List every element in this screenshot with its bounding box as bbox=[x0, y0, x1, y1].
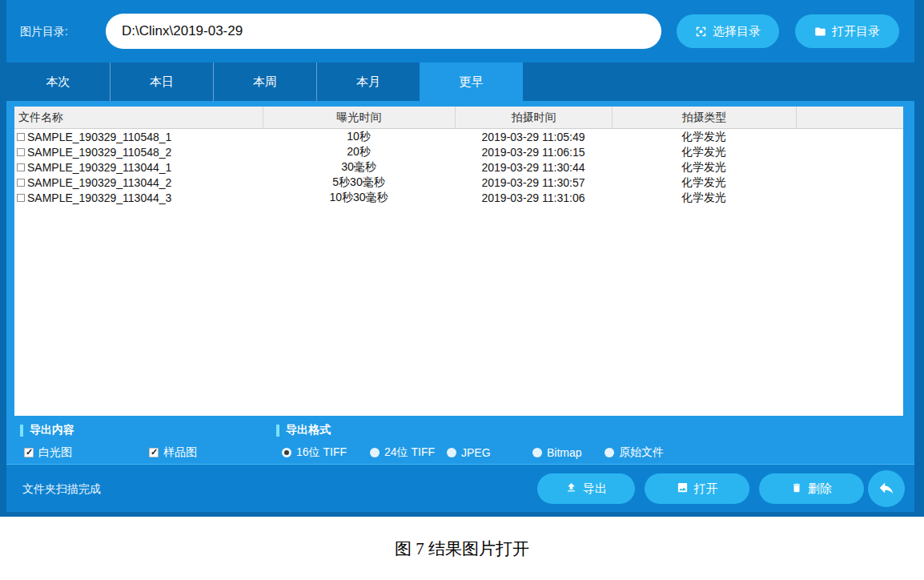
section-marker bbox=[20, 425, 23, 437]
back-button[interactable] bbox=[868, 470, 905, 507]
status-bar: 文件夹扫描完成 导出 打开 bbox=[6, 464, 914, 512]
viewfinder-icon bbox=[695, 26, 707, 38]
tab-this-session[interactable]: 本次 bbox=[6, 62, 110, 101]
col-header-exposure: 曝光时间 bbox=[263, 107, 455, 128]
radio-icon[interactable] bbox=[370, 448, 380, 457]
directory-path-input[interactable] bbox=[106, 14, 661, 49]
export-content-header: 导出内容 bbox=[20, 423, 74, 437]
row-checkbox[interactable] bbox=[17, 148, 25, 156]
export-format-title: 导出格式 bbox=[286, 423, 331, 437]
capture-type: 化学发光 bbox=[612, 145, 796, 159]
capture-time: 2019-03-29 11:30:57 bbox=[455, 176, 612, 189]
radio-16bit-tiff[interactable]: 16位 TIFF bbox=[282, 444, 347, 461]
radio-24bit-tiff[interactable]: 24位 TIFF bbox=[370, 444, 435, 461]
directory-label: 图片目录: bbox=[20, 25, 68, 39]
radio-bitmap[interactable]: Bitmap bbox=[532, 444, 582, 461]
select-directory-button[interactable]: 选择目录 bbox=[677, 14, 779, 48]
folder-icon bbox=[814, 26, 826, 38]
delete-button[interactable]: 删除 bbox=[759, 473, 864, 504]
image-browser-window: 图片目录: 选择目录 打开目录 bbox=[0, 0, 924, 517]
table-row[interactable]: SAMPLE_190329_110548_1 10秒 2019-03-29 11… bbox=[14, 129, 903, 144]
capture-time: 2019-03-29 11:06:15 bbox=[455, 146, 612, 159]
tab-this-week[interactable]: 本周 bbox=[213, 62, 316, 101]
option-label: 白光图 bbox=[38, 445, 72, 460]
col-header-filename: 文件名称 bbox=[14, 107, 263, 128]
tab-this-month[interactable]: 本月 bbox=[316, 62, 420, 101]
table-header-row: 文件名称 曝光时间 拍摄时间 拍摄类型 bbox=[14, 107, 903, 129]
exposure-time: 10秒 bbox=[263, 130, 455, 144]
back-arrow-icon bbox=[878, 479, 895, 499]
col-header-empty bbox=[796, 107, 903, 128]
radio-icon[interactable] bbox=[447, 448, 456, 457]
export-format-header: 导出格式 bbox=[276, 423, 331, 437]
image-icon bbox=[677, 481, 689, 496]
capture-time: 2019-03-29 11:30:44 bbox=[455, 161, 612, 174]
exposure-time: 30毫秒 bbox=[263, 160, 455, 175]
row-checkbox[interactable] bbox=[17, 194, 25, 202]
option-label: JPEG bbox=[461, 446, 491, 459]
export-content-title: 导出内容 bbox=[30, 423, 74, 437]
upload-icon bbox=[565, 481, 577, 496]
file-name: SAMPLE_190329_110548_2 bbox=[27, 146, 171, 159]
row-checkbox[interactable] bbox=[17, 163, 25, 171]
table-row[interactable]: SAMPLE_190329_113044_1 30毫秒 2019-03-29 1… bbox=[14, 159, 903, 175]
time-filter-tabs: 本次 本日 本周 本月 更早 bbox=[6, 62, 914, 101]
radio-icon[interactable] bbox=[605, 448, 614, 457]
section-marker bbox=[276, 425, 279, 437]
capture-type: 化学发光 bbox=[612, 191, 796, 205]
open-directory-label: 打开目录 bbox=[832, 24, 880, 39]
exposure-time: 20秒 bbox=[263, 145, 455, 159]
radio-original-file[interactable]: 原始文件 bbox=[605, 444, 664, 461]
checkbox-sample-image[interactable]: 样品图 bbox=[149, 444, 197, 461]
file-name: SAMPLE_190329_113044_1 bbox=[27, 161, 171, 174]
export-label: 导出 bbox=[583, 481, 607, 497]
col-header-capture-type: 拍摄类型 bbox=[612, 107, 796, 128]
exposure-time: 5秒30毫秒 bbox=[263, 175, 455, 190]
capture-time: 2019-03-29 11:05:49 bbox=[455, 131, 612, 143]
top-bar: 图片目录: 选择目录 打开目录 bbox=[6, 0, 914, 62]
checkbox-white-light-image[interactable]: 白光图 bbox=[24, 444, 72, 461]
status-message: 文件夹扫描完成 bbox=[22, 482, 101, 497]
row-checkbox[interactable] bbox=[17, 133, 25, 141]
file-name: SAMPLE_190329_110548_1 bbox=[27, 131, 171, 143]
row-checkbox[interactable] bbox=[17, 179, 25, 187]
file-name: SAMPLE_190329_113044_3 bbox=[27, 191, 171, 204]
radio-icon[interactable] bbox=[282, 448, 291, 457]
checkbox-icon[interactable] bbox=[24, 448, 34, 457]
open-directory-button[interactable]: 打开目录 bbox=[795, 14, 899, 48]
select-directory-label: 选择目录 bbox=[713, 24, 761, 39]
table-row[interactable]: SAMPLE_190329_113044_3 10秒30毫秒 2019-03-2… bbox=[14, 190, 903, 205]
capture-type: 化学发光 bbox=[612, 160, 796, 175]
option-label: 原始文件 bbox=[619, 445, 664, 460]
checkbox-icon[interactable] bbox=[149, 448, 159, 457]
delete-label: 删除 bbox=[808, 481, 832, 497]
tab-today[interactable]: 本日 bbox=[110, 62, 213, 101]
col-header-capture-time: 拍摄时间 bbox=[455, 107, 612, 128]
open-label: 打开 bbox=[694, 481, 718, 497]
option-label: 样品图 bbox=[163, 445, 197, 460]
option-label: 24位 TIFF bbox=[384, 445, 435, 460]
option-label: Bitmap bbox=[547, 446, 582, 459]
figure-caption: 图 7 结果图片打开 bbox=[0, 517, 924, 580]
radio-jpeg[interactable]: JPEG bbox=[447, 444, 491, 461]
capture-type: 化学发光 bbox=[612, 175, 796, 190]
radio-icon[interactable] bbox=[532, 448, 542, 457]
capture-time: 2019-03-29 11:31:06 bbox=[455, 191, 612, 204]
table-row[interactable]: SAMPLE_190329_113044_2 5秒30毫秒 2019-03-29… bbox=[14, 175, 903, 190]
capture-type: 化学发光 bbox=[612, 130, 796, 144]
document-page: 图片目录: 选择目录 打开目录 bbox=[0, 0, 924, 580]
file-name: SAMPLE_190329_113044_2 bbox=[27, 176, 171, 189]
trash-icon bbox=[791, 482, 802, 496]
file-table: 文件名称 曝光时间 拍摄时间 拍摄类型 SAMPLE_190329_110548… bbox=[14, 107, 903, 416]
tab-earlier[interactable]: 更早 bbox=[420, 62, 523, 101]
main-panel: 文件名称 曝光时间 拍摄时间 拍摄类型 SAMPLE_190329_110548… bbox=[6, 101, 914, 464]
open-button[interactable]: 打开 bbox=[645, 473, 749, 504]
option-label: 16位 TIFF bbox=[296, 445, 347, 460]
table-row[interactable]: SAMPLE_190329_110548_2 20秒 2019-03-29 11… bbox=[14, 144, 903, 159]
export-button[interactable]: 导出 bbox=[537, 473, 635, 504]
exposure-time: 10秒30毫秒 bbox=[263, 191, 455, 205]
